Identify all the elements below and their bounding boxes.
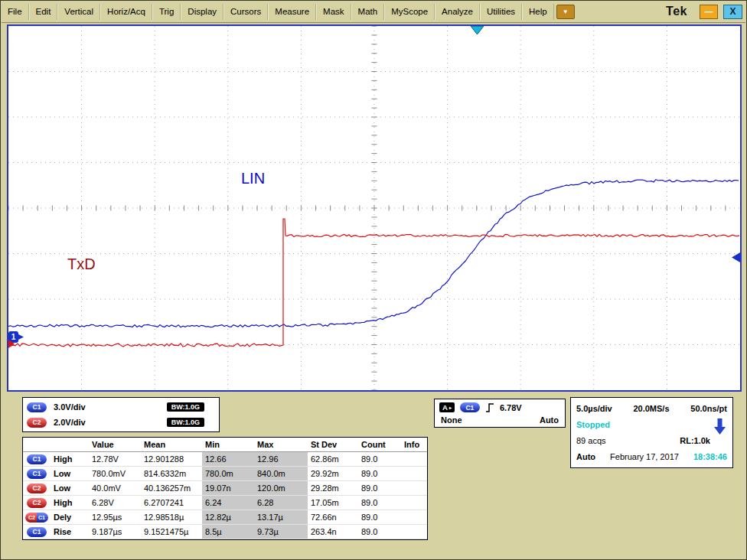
badge-c1-part: C1 xyxy=(37,513,48,523)
row-source-badge: C1 xyxy=(23,467,51,481)
column-header: Mean xyxy=(141,438,202,452)
measurement-min: 19.07n xyxy=(202,481,254,496)
time-per-point: 50.0ns/pt xyxy=(690,404,727,413)
channel-badge-c1[interactable]: C1 xyxy=(27,402,47,412)
measurement-table: ValueMeanMinMaxSt DevCountInfoC1High12.7… xyxy=(22,437,428,540)
measurement-info xyxy=(401,467,427,481)
measurement-max: 9.73µ xyxy=(254,525,308,539)
menu-math[interactable]: Math xyxy=(351,4,385,20)
measurement-name: Low xyxy=(51,481,89,496)
datetime-row: Auto February 17, 2017 18:38:46 xyxy=(576,448,727,464)
row-source-badge: C2 xyxy=(23,481,51,496)
measurement-name: High xyxy=(51,452,89,467)
chevron-down-icon: ▼ xyxy=(563,8,569,15)
channel-badge-c2[interactable]: C2 xyxy=(27,418,47,428)
column-header: Count xyxy=(358,438,401,452)
record-length: RL:1.0k xyxy=(680,436,710,445)
measurement-count: 89.0 xyxy=(358,525,401,539)
minimize-button[interactable]: — xyxy=(700,5,718,19)
measurement-mean: 40.136257m xyxy=(141,481,202,496)
menu-edit[interactable]: Edit xyxy=(29,4,58,20)
acq-count-row: 89 acqs RL:1.0k xyxy=(576,432,727,448)
trigger-source-badge[interactable]: C1 xyxy=(460,402,480,412)
badge-c2-part: C2 xyxy=(25,513,37,523)
measurement-value: 12.95µs xyxy=(89,510,141,525)
minimize-icon: — xyxy=(705,7,713,16)
trigger-level-arrow[interactable] xyxy=(732,252,740,262)
row-source-badge: C2C1 xyxy=(23,510,51,525)
measurement-value: 9.187µs xyxy=(89,525,141,539)
measurement-value: 12.78V xyxy=(89,452,141,467)
ch1-ground-marker[interactable]: 1 xyxy=(8,331,24,343)
measurement-stdev: 62.86m xyxy=(308,452,358,467)
measurement-info xyxy=(401,525,427,539)
bandwidth-badge-c1: BW:1.0G xyxy=(167,402,204,412)
row-source-badge: C2 xyxy=(23,496,51,510)
vertical-row-c1: C13.0V/divBW:1.0G xyxy=(27,400,215,414)
menu-analyze[interactable]: Analyze xyxy=(435,4,480,20)
measurement-count: 89.0 xyxy=(358,452,401,467)
vertical-readout-box: C13.0V/divBW:1.0GC22.0V/divBW:1.0G xyxy=(22,397,220,432)
measurement-mean: 6.2707241 xyxy=(141,496,202,510)
measurement-name: Dely xyxy=(51,510,89,525)
waveform-display[interactable]: LIN TxD 1 xyxy=(7,24,742,392)
column-header: Info xyxy=(401,438,427,452)
measurement-max: 840.0m xyxy=(254,467,308,481)
menu-display[interactable]: Display xyxy=(181,4,223,20)
sample-rate: 20.0MS/s xyxy=(633,404,669,413)
channel-badge-c1: C1 xyxy=(27,454,47,464)
measurement-name: High xyxy=(51,496,89,510)
trigger-readout-box: A▸ C1 6.78V None Auto xyxy=(434,399,566,428)
measurement-stdev: 72.66n xyxy=(308,510,358,525)
bandwidth-badge-c2: BW:1.0G xyxy=(167,418,204,427)
time-per-div: 5.0µs/div xyxy=(576,404,612,413)
menu-trig[interactable]: Trig xyxy=(152,4,181,20)
menu-help[interactable]: Help xyxy=(522,4,554,20)
ch1-trace-label: LIN xyxy=(241,170,265,187)
measurement-stdev: 263.4n xyxy=(308,525,358,539)
column-header: St Dev xyxy=(308,438,358,452)
tek-logo: Tek xyxy=(666,5,687,18)
menu-measure[interactable]: Measure xyxy=(268,4,316,20)
menu-cursors[interactable]: Cursors xyxy=(223,4,268,20)
column-header: Min xyxy=(202,438,254,452)
trigger-a-badge[interactable]: A▸ xyxy=(439,402,455,412)
trigger-arrow-icon: ▸ xyxy=(449,405,452,410)
measurement-max: 13.17µ xyxy=(254,510,308,525)
measurement-min: 6.24 xyxy=(202,496,254,510)
measurement-mean: 12.901288 xyxy=(141,452,202,467)
menu-myscope[interactable]: MyScope xyxy=(384,4,435,20)
trigger-position-marker[interactable] xyxy=(471,26,484,34)
measurement-max: 12.96 xyxy=(254,452,308,467)
measurement-info xyxy=(401,452,427,467)
measurement-mean: 9.1521475µ xyxy=(141,525,202,539)
arrow-down-icon[interactable] xyxy=(714,418,726,435)
measurement-max: 6.28 xyxy=(254,496,308,510)
vertical-row-c2: C22.0V/divBW:1.0G xyxy=(27,415,215,429)
oscilloscope-window: FileEditVerticalHoriz/AcqTrigDisplayCurs… xyxy=(0,0,747,560)
measurement-mean: 12.98518µ xyxy=(141,510,202,525)
header-badge-col xyxy=(23,438,51,452)
close-icon: X xyxy=(729,6,736,17)
channel-badge-c1: C1 xyxy=(27,469,47,479)
slope-rising-icon xyxy=(485,402,494,413)
channel-badge-c2: C2 xyxy=(27,483,47,493)
menu-utilities[interactable]: Utilities xyxy=(480,4,522,20)
measurement-count: 89.0 xyxy=(358,510,401,525)
menu-mask[interactable]: Mask xyxy=(316,4,351,20)
time-value: 18:38:46 xyxy=(693,452,727,461)
menu-horiz-acq[interactable]: Horiz/Acq xyxy=(100,4,152,20)
menu-dropdown-button[interactable]: ▼ xyxy=(556,5,575,19)
trigger-mode: Auto xyxy=(540,415,559,425)
measurement-info xyxy=(401,510,427,525)
close-button[interactable]: X xyxy=(723,5,742,19)
menu-file[interactable]: File xyxy=(2,4,29,20)
menu-items: FileEditVerticalHoriz/AcqTrigDisplayCurs… xyxy=(2,4,554,20)
acq-status-row: Stopped xyxy=(576,416,727,432)
horizontal-readout-box: 5.0µs/div 20.0MS/s 50.0ns/pt Stopped 89 … xyxy=(570,397,733,468)
measurement-info xyxy=(401,496,427,510)
measurement-stdev: 29.28m xyxy=(308,481,358,496)
measurement-stdev: 17.05m xyxy=(308,496,358,510)
horizontal-scale-row: 5.0µs/div 20.0MS/s 50.0ns/pt xyxy=(576,400,727,416)
menu-vertical[interactable]: Vertical xyxy=(57,4,100,20)
